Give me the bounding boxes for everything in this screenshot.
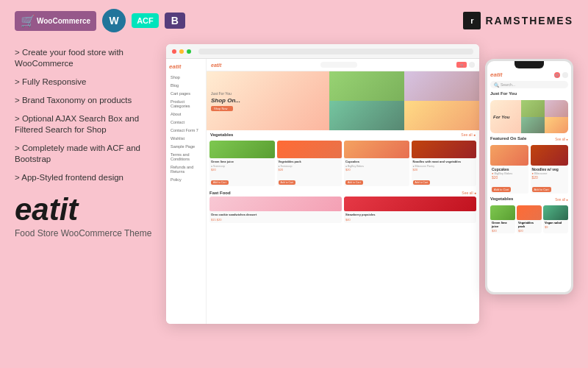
- hero-img-1: [329, 71, 404, 101]
- add-to-cart-button[interactable]: Add to Cart: [413, 180, 431, 185]
- header-icons: 🛒: [456, 62, 475, 68]
- product-card: Oreo cookie sandwiches dessert $15 $20: [209, 197, 342, 223]
- mobile-product-img: [517, 205, 542, 220]
- mobile-product-img: [531, 145, 569, 166]
- brand-logo: r RAMSTHEMES: [463, 12, 573, 29]
- mobile-veg-grid: Green lime juice $20 Vegetables pack $20…: [490, 205, 568, 233]
- add-to-cart-button[interactable]: Add to Cart: [279, 180, 296, 185]
- mobile-product-price: $20: [490, 175, 528, 180]
- see-all-featured[interactable]: See all ●: [555, 138, 568, 141]
- feature-item: Brand Taxonomy on products: [15, 95, 154, 106]
- mobile-cart-icon[interactable]: 🛒: [554, 72, 560, 78]
- cart-icon[interactable]: 🛒: [456, 62, 467, 68]
- mobile-product-img: [490, 205, 515, 220]
- product-card: Strawberry popsicles $40: [344, 197, 476, 223]
- mobile-product-price: $20: [490, 229, 515, 233]
- mobile-notch: [514, 61, 544, 68]
- section-header: Featured On Sale See all ●: [490, 136, 568, 143]
- sidebar-link[interactable]: Wishlist: [169, 135, 203, 141]
- wordpress-logo: W: [102, 9, 126, 32]
- product-image: [344, 141, 409, 158]
- add-to-cart-button[interactable]: Add to Cart: [211, 180, 229, 185]
- product-card: Cupcakes ● BigBoy Bakes $20 Add to Cart: [344, 141, 409, 186]
- product-card: Noodles with meat and vegetables ● Bilan…: [412, 141, 477, 186]
- mobile-product-img: [543, 205, 568, 220]
- product-card: Green lime juice ● Somecorp $20 Add to C…: [209, 141, 275, 186]
- product-image: [344, 197, 476, 211]
- left-panel: Create your food store with WooCommerce …: [15, 41, 154, 350]
- sidebar-link[interactable]: Cart pages: [169, 91, 203, 96]
- mobile-search[interactable]: 🔍 Search...: [490, 81, 568, 88]
- browser-content: eatit Shop Blog Cart pages Product Categ…: [166, 59, 479, 324]
- product-name: eatit: [15, 194, 154, 225]
- main-content: Create your food store with WooCommerce …: [0, 41, 588, 358]
- site-sidebar-logo: eatit: [169, 63, 203, 70]
- sidebar-link[interactable]: Contact Form 7: [169, 127, 203, 133]
- mobile-hero-img: [545, 100, 568, 117]
- sidebar-link[interactable]: Sample Page: [169, 144, 203, 149]
- hero-img-4: [404, 101, 479, 130]
- mobile-product-card: Cupcakes ● BigBoy Bakes $20 Add to Cart: [490, 145, 528, 194]
- sidebar-link[interactable]: About: [169, 111, 203, 117]
- mobile-add-to-cart[interactable]: Add to Cart: [492, 187, 511, 192]
- see-all-fast-food[interactable]: See all ●: [462, 191, 476, 195]
- sidebar-link[interactable]: Contact: [169, 119, 203, 125]
- mobile-search-placeholder: Search...: [501, 82, 515, 87]
- mobile-product-price: $9: [543, 225, 568, 230]
- section-header: Just For You: [490, 91, 568, 98]
- product-price: $20: [209, 168, 275, 173]
- mobile-hero-img: [521, 117, 545, 134]
- product-price: $20: [277, 168, 343, 173]
- sidebar-link[interactable]: Blog: [169, 82, 203, 88]
- feature-item: App-Styled frontend design: [15, 172, 154, 183]
- mobile-add-to-cart[interactable]: Add to Cart: [532, 187, 551, 192]
- product-price: $20: [412, 168, 477, 173]
- sidebar-link[interactable]: Shop: [169, 74, 203, 80]
- section-title: Just For You: [490, 91, 517, 96]
- section-header-veg: Vegetables See all ●: [207, 130, 479, 138]
- site-top-header: eatit 🛒: [207, 59, 479, 71]
- section-header: Vegetables See all ●: [490, 197, 568, 203]
- site-main: eatit 🛒 Ju: [207, 59, 479, 324]
- mobile-product-card: Noodles w/ veg ● Bilancone $20 Add to Ca…: [531, 145, 569, 194]
- mobile-preview: eatit 🛒 🔍 Search... Just For You: [485, 59, 573, 294]
- sidebar-link[interactable]: Policy: [169, 177, 203, 183]
- user-icon[interactable]: [469, 62, 475, 68]
- see-all-veg-mobile[interactable]: See all ●: [555, 198, 568, 202]
- hero-title: Shop On...: [211, 97, 325, 104]
- featured-title: Featured On Sale: [490, 136, 526, 141]
- logo-group: 🛒 WooCommerce W ACF B: [15, 9, 185, 32]
- product-subtitle: Food Store WooCommerce Theme: [15, 228, 154, 238]
- hero-text-area: Just For You Shop On... Shop Now: [207, 71, 329, 130]
- mobile-header-icons: 🛒: [554, 72, 568, 78]
- mobile-app-logo: eatit: [490, 71, 502, 78]
- mobile-product-card: Green lime juice $20: [490, 205, 515, 233]
- browser-bar: [166, 44, 479, 59]
- mobile-user-icon[interactable]: [562, 72, 568, 78]
- product-name: Green lime juice: [209, 158, 275, 165]
- brand-name: RAMSTHEMES: [485, 15, 573, 26]
- sidebar-link[interactable]: Terms and Conditions: [169, 152, 203, 162]
- preview-area: eatit Shop Blog Cart pages Product Categ…: [166, 41, 573, 350]
- add-to-cart-button[interactable]: Add to Cart: [345, 180, 363, 185]
- site-sidebar: eatit Shop Blog Cart pages Product Categ…: [166, 59, 207, 324]
- feature-item: Completely made with ACF and Bootstrap: [15, 143, 154, 165]
- sidebar-link[interactable]: Refunds and Returns: [169, 164, 203, 174]
- hero-img-3: [329, 101, 404, 130]
- hero-cta[interactable]: Shop Now: [211, 106, 233, 111]
- mobile-product-name: Green lime juice: [490, 220, 515, 229]
- site-search-bar[interactable]: [320, 62, 357, 68]
- mobile-product-img: [490, 145, 528, 166]
- feature-list: Create your food store with WooCommerce …: [15, 47, 154, 183]
- mobile-hero-img: [545, 117, 568, 134]
- see-all-veg[interactable]: See all ●: [461, 132, 476, 137]
- product-name: Cupcakes: [344, 158, 409, 165]
- mobile-hero-banner: For You: [490, 100, 568, 133]
- rams-icon: r: [463, 12, 481, 29]
- fast-food-title: Fast Food: [209, 191, 231, 195]
- hero-section: Just For You Shop On... Shop Now: [207, 71, 479, 130]
- hero-img-2: [404, 71, 479, 101]
- sidebar-link[interactable]: Product Categories: [169, 99, 203, 109]
- mobile-product-name: Noodles w/ veg: [531, 166, 569, 171]
- mobile-product-price: $20: [517, 229, 542, 233]
